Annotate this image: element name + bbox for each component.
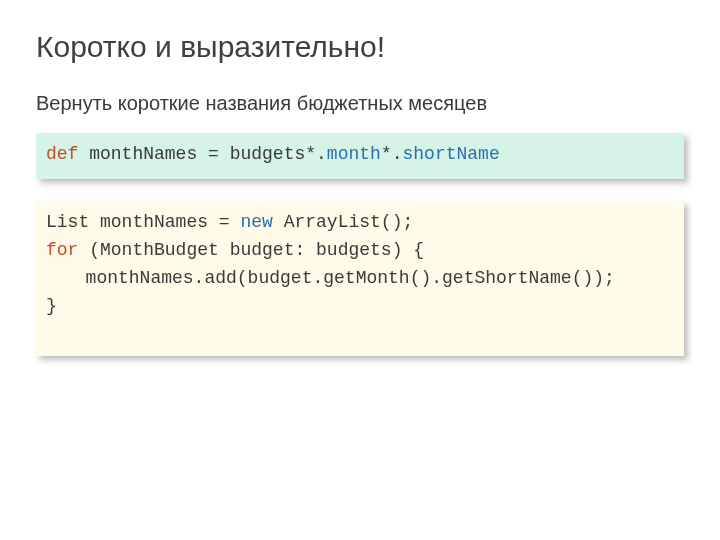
code-text: } — [46, 296, 57, 316]
groovy-code-block: def monthNames = budgets*.month*.shortNa… — [36, 133, 684, 179]
code-text: (MonthBudget budget: budgets) { — [78, 240, 424, 260]
keyword-new: new — [240, 212, 272, 232]
java-code-block: List monthNames = new ArrayList(); for (… — [36, 201, 684, 357]
code-line: monthNames.add(budget.getMonth().getShor… — [46, 265, 674, 293]
attr-month: month — [327, 144, 381, 164]
slide-subtitle: Вернуть короткие названия бюджетных меся… — [36, 92, 684, 115]
slide-title: Коротко и выразительно! — [36, 30, 684, 64]
keyword-for: for — [46, 240, 78, 260]
code-line: } — [46, 293, 674, 321]
code-line: List monthNames = new ArrayList(); — [46, 209, 674, 237]
code-text: ArrayList(); — [273, 212, 413, 232]
code-text: *. — [381, 144, 403, 164]
code-text: List monthNames = — [46, 212, 240, 232]
keyword-def: def — [46, 144, 78, 164]
code-text: monthNames.add(budget.getMonth().getShor… — [86, 268, 615, 288]
code-line: for (MonthBudget budget: budgets) { — [46, 237, 674, 265]
attr-shortname: shortName — [402, 144, 499, 164]
code-text: monthNames = budgets*. — [78, 144, 326, 164]
